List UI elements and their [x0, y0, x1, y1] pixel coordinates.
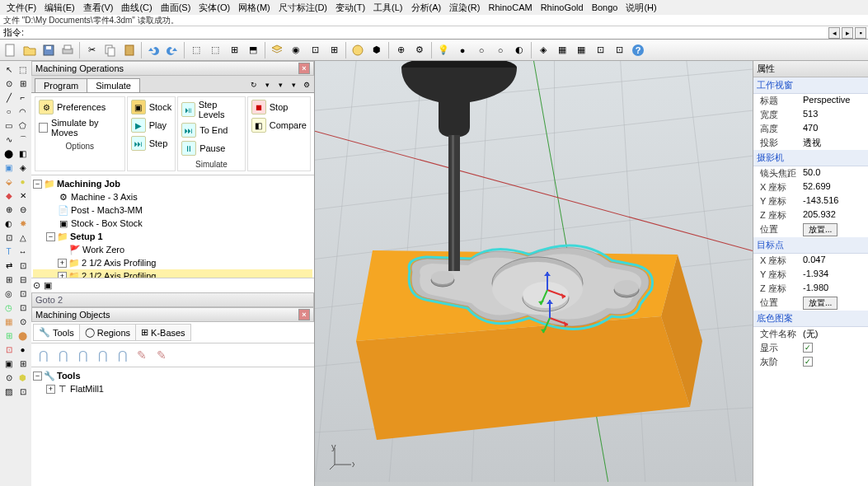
tool-z-icon[interactable]: ⊞ [16, 357, 30, 371]
tool-icon-9[interactable]: ● [453, 41, 472, 59]
command-input[interactable] [27, 28, 827, 38]
menu-edit[interactable]: 编辑(E) [41, 1, 78, 15]
poly-icon[interactable]: ⬠ [16, 119, 30, 133]
tool-icon-10[interactable]: ○ [472, 41, 490, 59]
tool-icon-6[interactable]: ⊞ [325, 41, 343, 59]
tool-icon-2[interactable]: ⬚ [206, 41, 224, 59]
tab-regions[interactable]: ◯Regions [79, 324, 136, 341]
menu-view[interactable]: 查看(V) [80, 1, 117, 15]
tool-x-icon[interactable]: ● [16, 343, 30, 357]
arc-icon[interactable]: ◠ [16, 105, 30, 119]
tool-w-icon[interactable]: ⊡ [2, 343, 16, 357]
viewport-3d[interactable]: Perspective [315, 61, 753, 486]
menu-render[interactable]: 渲染(R) [446, 1, 483, 15]
expand-icon[interactable]: + [58, 272, 67, 278]
select-icon[interactable]: ↖ [2, 63, 16, 77]
open-file-icon[interactable] [21, 41, 39, 59]
tool-v-icon[interactable]: ⊞ [2, 329, 16, 343]
cut-icon[interactable]: ✂ [82, 41, 101, 59]
pause-button[interactable]: ⏸Pause [180, 140, 243, 157]
tool-r-icon[interactable]: ◎ [2, 287, 16, 301]
tree-post[interactable]: 📄Post - Mach3-MM [33, 203, 312, 217]
preferences-button[interactable]: ⚙Preferences [37, 99, 123, 115]
layers-icon[interactable] [268, 41, 286, 59]
play-button[interactable]: ▶Play [129, 117, 174, 133]
prop-focal-val[interactable]: 50.0 [803, 167, 868, 180]
ops-tree[interactable]: −📁Machining Job ⚙Machine - 3 Axis 📄Post … [31, 175, 314, 278]
cylinder-icon[interactable]: ⬙ [2, 175, 16, 189]
undo-icon[interactable] [144, 41, 162, 59]
prop-tx-val[interactable]: 0.047 [803, 255, 868, 267]
obj-tool2-icon[interactable]: ⋂ [54, 347, 71, 363]
menu-tools[interactable]: 工具(L) [370, 1, 406, 15]
prop-ty-val[interactable]: -1.934 [803, 269, 868, 281]
tool-ac-icon[interactable]: ▨ [2, 385, 16, 399]
tab-simulate[interactable]: Simulate [87, 78, 140, 92]
tab-arrow2-icon[interactable]: ▾ [261, 79, 273, 91]
menu-analyze[interactable]: 分析(A) [408, 1, 445, 15]
show-checkbox[interactable]: ✓ [803, 343, 813, 353]
tree-stock[interactable]: ▣Stock - Box Stock [33, 217, 312, 230]
tool-ad-icon[interactable]: ⊡ [16, 385, 30, 399]
step-levels-button[interactable]: ⏯Step Levels [180, 99, 243, 120]
tree-prof1[interactable]: +📁2 1/2 Axis Profiling [33, 256, 312, 269]
collapse-icon[interactable]: − [46, 232, 55, 241]
tool-y-icon[interactable]: ▣ [2, 357, 16, 371]
prop-file-val[interactable]: (无) [803, 328, 868, 340]
tool-g-icon[interactable]: ◆ [2, 189, 16, 203]
tool-j-icon[interactable]: ⊖ [16, 203, 30, 217]
sphere-icon[interactable]: ● [16, 175, 30, 189]
obj-tool4-icon[interactable]: ⋂ [94, 347, 110, 363]
obj-tool7-icon[interactable]: ✎ [153, 347, 170, 363]
save-file-icon[interactable] [40, 41, 58, 59]
tab-program[interactable]: Program [35, 78, 87, 92]
circle-icon[interactable]: ○ [2, 105, 16, 119]
tool-icon-15[interactable]: ▦ [572, 41, 590, 59]
tool-a-icon[interactable]: ⊙ [2, 77, 16, 91]
tool-m-icon[interactable]: △ [16, 231, 30, 245]
tool-f-icon[interactable]: ◈ [16, 161, 30, 175]
tab-arrow1-icon[interactable]: ↻ [248, 79, 260, 91]
cmd-prev-button[interactable]: ◂ [828, 27, 840, 39]
tpos-button[interactable]: 放置... [803, 297, 838, 310]
tree-root[interactable]: −📁Machining Job [33, 177, 312, 190]
menu-surface[interactable]: 曲面(S) [157, 1, 195, 15]
tab-tools[interactable]: 🔧Tools [33, 324, 80, 341]
tool-k-icon[interactable]: ◐ [2, 217, 16, 231]
tool-d-icon[interactable]: ⬤ [2, 147, 16, 161]
obj-tree[interactable]: −🔧Tools +⊤FlatMill1 [31, 367, 314, 486]
menu-transform[interactable]: 变动(T) [332, 1, 368, 15]
curve-icon[interactable]: ∿ [2, 133, 16, 147]
obj-tool5-icon[interactable]: ⋂ [114, 347, 130, 363]
tool-i-icon[interactable]: ⊕ [2, 203, 16, 217]
prop-tz-val[interactable]: -1.980 [803, 283, 868, 295]
prop-title-val[interactable]: Perspective [803, 95, 868, 107]
tool-icon-13[interactable]: ◈ [534, 41, 552, 59]
collapse-icon[interactable]: − [33, 372, 42, 381]
stock-button[interactable]: ▣Stock [129, 99, 174, 115]
tool-ab-icon[interactable]: ⬢ [16, 371, 30, 385]
cmd-next-button[interactable]: ▸ [842, 27, 853, 39]
clock-icon[interactable]: ◷ [2, 301, 16, 315]
tool-icon-4[interactable]: ⬒ [244, 41, 262, 59]
tool-u-icon[interactable]: ⊙ [16, 315, 30, 329]
help-icon[interactable]: ? [629, 41, 647, 59]
menu-bongo[interactable]: Bongo [589, 2, 622, 13]
menu-curve[interactable]: 曲线(C) [118, 1, 155, 15]
tool-p-icon[interactable]: ⊞ [2, 273, 16, 287]
tool-icon-3[interactable]: ⊞ [225, 41, 243, 59]
film-icon[interactable]: ▦ [2, 315, 16, 329]
light-icon[interactable]: 💡 [434, 41, 453, 59]
tree-prof2[interactable]: +📁2 1/2 Axis Profiling [33, 269, 312, 278]
tool-icon-1[interactable]: ⬚ [187, 41, 205, 59]
properties-icon[interactable]: ◉ [287, 41, 305, 59]
stop-button[interactable]: ⏹Stop [250, 99, 308, 115]
tool-icon-14[interactable]: ▦ [553, 41, 571, 59]
text-icon[interactable]: T [2, 245, 16, 259]
prop-camz-val[interactable]: 205.932 [803, 209, 868, 222]
close-panel-ops-button[interactable]: × [298, 63, 310, 74]
menu-dim[interactable]: 尺寸标注(D) [275, 1, 331, 15]
obj-tool6-icon[interactable]: ✎ [134, 347, 150, 363]
tab-hammer-icon[interactable]: ⚙ [301, 79, 312, 91]
collapse-icon[interactable]: − [33, 180, 42, 189]
